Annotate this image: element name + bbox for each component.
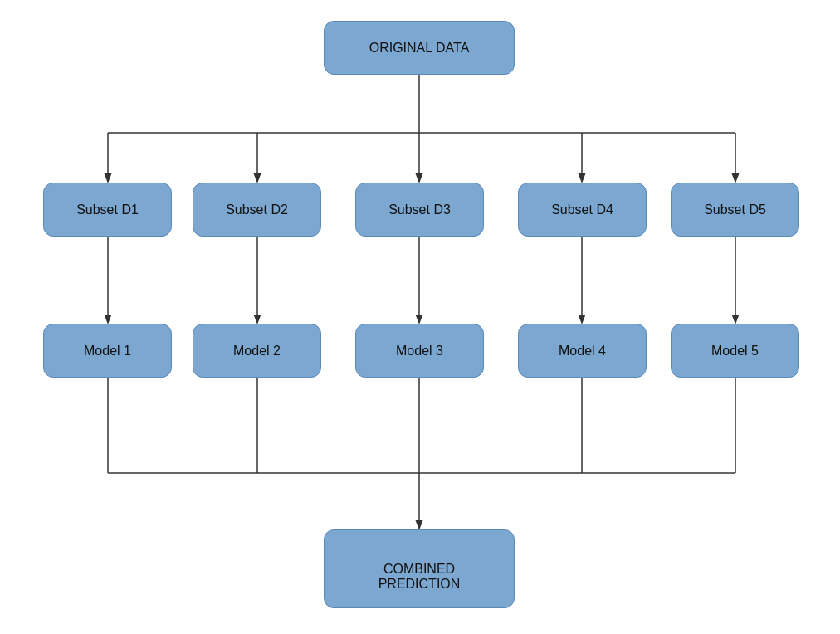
subset-d5-node: Subset D5 [671,183,799,237]
model-2-node: Model 2 [193,324,321,378]
model-3-node: Model 3 [355,324,484,378]
combined-prediction-node: COMBINED PREDICTION [324,529,515,608]
diagram: ORIGINAL DATA Subset D1 Subset D2 Subset… [0,0,840,634]
subset-d1-node: Subset D1 [43,183,172,237]
subset-d4-node: Subset D4 [518,183,647,237]
model-4-node: Model 4 [518,324,647,378]
subset-d2-node: Subset D2 [193,183,321,237]
subset-d3-node: Subset D3 [355,183,484,237]
model-1-node: Model 1 [43,324,172,378]
original-data-node: ORIGINAL DATA [324,21,515,75]
model-5-node: Model 5 [671,324,799,378]
